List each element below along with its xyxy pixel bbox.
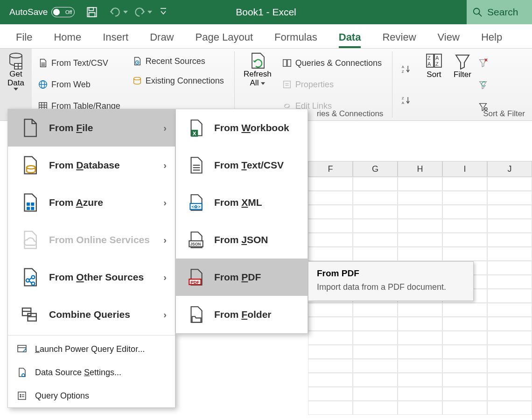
from-text-csv-button[interactable]: From Text/CSV [35,56,123,70]
from-text-csv-menu-item[interactable]: From Text/CSV [176,147,308,184]
cell[interactable] [487,191,532,205]
combine-queries-menu-item[interactable]: Combine Queries › [8,296,175,333]
cell[interactable] [442,247,487,261]
tab-draw[interactable]: Draw [150,31,174,48]
from-database-menu-item[interactable]: From Database › [8,147,175,184]
tab-insert[interactable]: Insert [103,31,128,48]
cell[interactable] [398,373,442,387]
existing-connections-button[interactable]: Existing Connections [129,74,227,88]
cell[interactable] [398,317,442,331]
customize-qat-button[interactable] [160,7,167,17]
cell[interactable] [308,387,353,401]
cell[interactable] [487,219,532,233]
cell[interactable] [353,387,398,401]
column-header[interactable]: F [308,161,353,177]
from-json-menu-item[interactable]: JSON From JSON [176,221,308,259]
tab-page-layout[interactable]: Page Layout [196,31,253,48]
cell[interactable] [487,401,532,415]
cell[interactable] [487,387,532,401]
cell[interactable] [353,303,398,317]
cell[interactable] [398,331,442,345]
cell[interactable] [398,247,442,261]
column-header[interactable]: G [353,161,398,177]
cell[interactable] [308,359,353,373]
cell[interactable] [398,191,442,205]
autosave-toggle-group[interactable]: AutoSave Off [9,7,75,17]
cell[interactable] [353,359,398,373]
cell[interactable] [442,359,487,373]
tab-data[interactable]: Data [339,31,361,48]
reapply-button[interactable] [477,79,489,90]
from-azure-menu-item[interactable]: From Azure › [8,184,175,221]
cell[interactable] [308,317,353,331]
cell[interactable] [353,205,398,219]
cell[interactable] [442,233,487,247]
cell[interactable] [442,401,487,415]
cell[interactable] [308,247,353,261]
cell[interactable] [487,373,532,387]
cell[interactable] [353,177,398,191]
cell[interactable] [308,303,353,317]
search-box[interactable]: Search [467,0,532,24]
cell[interactable] [398,177,442,191]
cell[interactable] [398,303,442,317]
column-header[interactable]: I [442,161,487,177]
undo-button[interactable] [109,7,128,17]
filter-button[interactable]: Filter [448,49,476,120]
cell[interactable] [398,233,442,247]
cell[interactable] [353,401,398,415]
cell[interactable] [487,331,532,345]
cell[interactable] [398,219,442,233]
cell[interactable] [442,345,487,359]
cell[interactable] [487,303,532,317]
cell[interactable] [442,191,487,205]
cell[interactable] [442,303,487,317]
from-file-menu-item[interactable]: From File › [8,109,175,147]
cell[interactable] [487,289,532,303]
cell[interactable] [442,387,487,401]
cell[interactable] [487,359,532,373]
cell[interactable] [487,205,532,219]
sort-desc-button[interactable]: ZA [399,94,414,107]
cell[interactable] [353,233,398,247]
cell[interactable] [398,345,442,359]
column-header[interactable]: H [398,161,442,177]
cell[interactable] [353,247,398,261]
from-workbook-menu-item[interactable]: X From Workbook [176,109,308,147]
cell[interactable] [487,247,532,261]
cell[interactable] [487,317,532,331]
cell[interactable] [398,401,442,415]
from-folder-menu-item[interactable]: From Folder [176,296,308,333]
cell[interactable] [308,345,353,359]
cell[interactable] [487,177,532,191]
cell[interactable] [353,191,398,205]
tab-view[interactable]: View [438,31,460,48]
cell[interactable] [308,191,353,205]
cell[interactable] [487,275,532,289]
cell[interactable] [308,331,353,345]
from-pdf-menu-item[interactable]: PDF From PDF [176,259,308,296]
cell[interactable] [487,345,532,359]
cell[interactable] [442,177,487,191]
cell[interactable] [487,261,532,275]
redo-button[interactable] [133,7,152,17]
recent-sources-button[interactable]: Recent Sources [129,54,227,68]
sort-asc-button[interactable]: AZ [399,63,414,76]
launch-power-query-editor-menu-item[interactable]: Launch Power Query Editor... [8,337,175,361]
sort-button[interactable]: ZAAZ Sort [420,49,448,120]
cell[interactable] [442,317,487,331]
column-header[interactable]: J [487,161,532,177]
from-other-sources-menu-item[interactable]: From Other Sources › [8,259,175,296]
save-icon[interactable] [86,6,98,18]
cell[interactable] [442,331,487,345]
tab-home[interactable]: Home [54,31,81,48]
tab-file[interactable]: File [16,31,32,48]
cell[interactable] [353,331,398,345]
tab-formulas[interactable]: Formulas [274,31,317,48]
cell[interactable] [308,205,353,219]
autosave-toggle[interactable]: Off [51,7,75,17]
cell[interactable] [308,177,353,191]
from-web-button[interactable]: From Web [35,77,123,91]
cell[interactable] [398,359,442,373]
cell[interactable] [353,219,398,233]
